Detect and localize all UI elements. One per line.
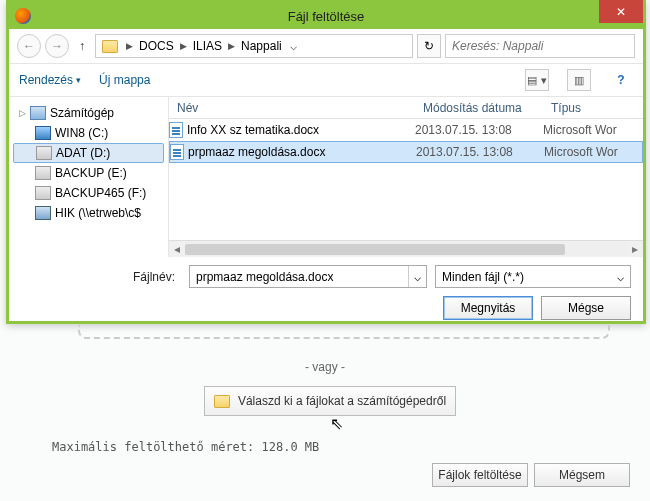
drive-icon	[35, 166, 51, 180]
breadcrumb-part[interactable]: DOCS	[135, 39, 178, 53]
chevron-down-icon: ⌵	[617, 270, 630, 284]
max-size-note: Maximális feltölthető méret: 128.0 MB	[52, 440, 319, 454]
page-buttons: Fájlok feltöltése Mégsem	[432, 463, 630, 487]
arrow-right-icon: →	[51, 39, 63, 53]
drive-icon	[35, 126, 51, 140]
chevron-right-icon: ▶	[178, 41, 189, 51]
tree-label: Számítógép	[50, 106, 114, 120]
file-rows: Info XX sz tematika.docx 2013.07.15. 13:…	[169, 119, 643, 240]
choose-files-label: Válaszd ki a fájlokat a számítógépedről	[238, 394, 446, 408]
refresh-icon: ↻	[424, 39, 434, 53]
tree-item-drive[interactable]: BACKUP465 (F:)	[13, 183, 164, 203]
docx-icon	[170, 144, 184, 160]
tree-item-drive[interactable]: WIN8 (C:)	[13, 123, 164, 143]
file-open-dialog: Fájl feltöltése ✕ ← → ↑ ▶ DOCS ▶ ILIAS ▶…	[6, 0, 646, 324]
file-date: 2013.07.15. 13:08	[415, 123, 543, 137]
tree-label: WIN8 (C:)	[55, 126, 108, 140]
tree-item-drive[interactable]: ADAT (D:)	[13, 143, 164, 163]
file-type: Microsoft Wor	[544, 145, 642, 159]
breadcrumb[interactable]: ▶ DOCS ▶ ILIAS ▶ Nappali ⌵	[95, 34, 413, 58]
organize-label: Rendezés	[19, 73, 73, 87]
file-row[interactable]: Info XX sz tematika.docx 2013.07.15. 13:…	[169, 119, 643, 141]
scroll-right-icon[interactable]: ▸	[627, 242, 643, 256]
chevron-right-icon: ▶	[226, 41, 237, 51]
organize-menu[interactable]: Rendezés ▾	[19, 73, 81, 87]
tree-label: ADAT (D:)	[56, 146, 110, 160]
or-separator: - vagy -	[0, 360, 650, 374]
dialog-title: Fájl feltöltése	[9, 9, 643, 24]
breadcrumb-part[interactable]: ILIAS	[189, 39, 226, 53]
tree-label: BACKUP (E:)	[55, 166, 127, 180]
toolbar: Rendezés ▾ Új mappa ▤ ▾ ▥ ?	[9, 63, 643, 97]
refresh-button[interactable]: ↻	[417, 34, 441, 58]
tree-label: HIK (\\etrweb\c$	[55, 206, 141, 220]
col-type-header[interactable]: Típus	[543, 101, 643, 115]
dialog-body: ▷ Számítógép WIN8 (C:) ADAT (D:) BACKUP …	[9, 97, 643, 257]
horizontal-scrollbar[interactable]: ◂ ▸	[169, 240, 643, 257]
filetype-filter[interactable]: Minden fájl (*.*) ⌵	[435, 265, 631, 288]
tree-root-computer[interactable]: ▷ Számítógép	[13, 103, 164, 123]
filter-label: Minden fájl (*.*)	[442, 270, 617, 284]
file-date: 2013.07.15. 13:08	[416, 145, 544, 159]
filename-label: Fájlnév:	[21, 270, 181, 284]
file-type: Microsoft Wor	[543, 123, 643, 137]
preview-pane-button[interactable]: ▥	[567, 69, 591, 91]
chevron-down-icon: ▾	[76, 75, 81, 85]
view-options-button[interactable]: ▤ ▾	[525, 69, 549, 91]
drive-icon	[36, 146, 52, 160]
filename-input[interactable]	[190, 270, 408, 284]
help-icon: ?	[617, 73, 624, 87]
col-date-header[interactable]: Módosítás dátuma	[415, 101, 543, 115]
tree-item-drive[interactable]: BACKUP (E:)	[13, 163, 164, 183]
open-button[interactable]: Megnyitás	[443, 296, 533, 320]
nav-row: ← → ↑ ▶ DOCS ▶ ILIAS ▶ Nappali ⌵ ↻	[9, 29, 643, 63]
cancel-button[interactable]: Mégse	[541, 296, 631, 320]
filename-field[interactable]: ⌵	[189, 265, 427, 288]
col-name-header[interactable]: Név	[169, 101, 415, 115]
back-button[interactable]: ←	[17, 34, 41, 58]
file-name: Info XX sz tematika.docx	[187, 123, 319, 137]
arrow-left-icon: ←	[23, 39, 35, 53]
forward-button[interactable]: →	[45, 34, 69, 58]
arrow-up-icon: ↑	[79, 39, 85, 53]
computer-icon	[30, 106, 46, 120]
chevron-right-icon: ▶	[124, 41, 135, 51]
scroll-thumb[interactable]	[185, 244, 565, 255]
filename-row: Fájlnév: ⌵ Minden fájl (*.*) ⌵	[9, 257, 643, 296]
cursor-icon: ⇖	[330, 414, 343, 433]
filename-dropdown[interactable]: ⌵	[408, 266, 426, 287]
docx-icon	[169, 122, 183, 138]
file-name: prpmaaz megoldása.docx	[188, 145, 325, 159]
folder-icon	[214, 395, 230, 408]
tree-label: BACKUP465 (F:)	[55, 186, 146, 200]
page-cancel-button[interactable]: Mégsem	[534, 463, 630, 487]
scroll-left-icon[interactable]: ◂	[169, 242, 185, 256]
upload-files-button[interactable]: Fájlok feltöltése	[432, 463, 528, 487]
chevron-right-icon: ▷	[19, 108, 26, 118]
close-button[interactable]: ✕	[599, 0, 643, 23]
up-button[interactable]: ↑	[73, 37, 91, 55]
file-row[interactable]: prpmaaz megoldása.docx 2013.07.15. 13:08…	[169, 141, 643, 163]
choose-files-button[interactable]: Válaszd ki a fájlokat a számítógépedről	[204, 386, 456, 416]
network-drive-icon	[35, 206, 51, 220]
breadcrumb-part[interactable]: Nappali	[237, 39, 286, 53]
help-button[interactable]: ?	[609, 69, 633, 91]
nav-tree: ▷ Számítógép WIN8 (C:) ADAT (D:) BACKUP …	[9, 97, 169, 257]
column-headers: Név Módosítás dátuma Típus	[169, 97, 643, 119]
tree-item-network[interactable]: HIK (\\etrweb\c$	[13, 203, 164, 223]
drive-icon	[35, 186, 51, 200]
breadcrumb-dropdown[interactable]: ⌵	[286, 39, 302, 53]
file-list: Név Módosítás dátuma Típus Info XX sz te…	[169, 97, 643, 257]
new-folder-button[interactable]: Új mappa	[99, 73, 150, 87]
title-bar: Fájl feltöltése ✕	[9, 3, 643, 29]
drop-zone-border	[78, 325, 610, 339]
close-icon: ✕	[616, 5, 626, 19]
search-input[interactable]	[445, 34, 635, 58]
folder-icon	[98, 40, 124, 53]
